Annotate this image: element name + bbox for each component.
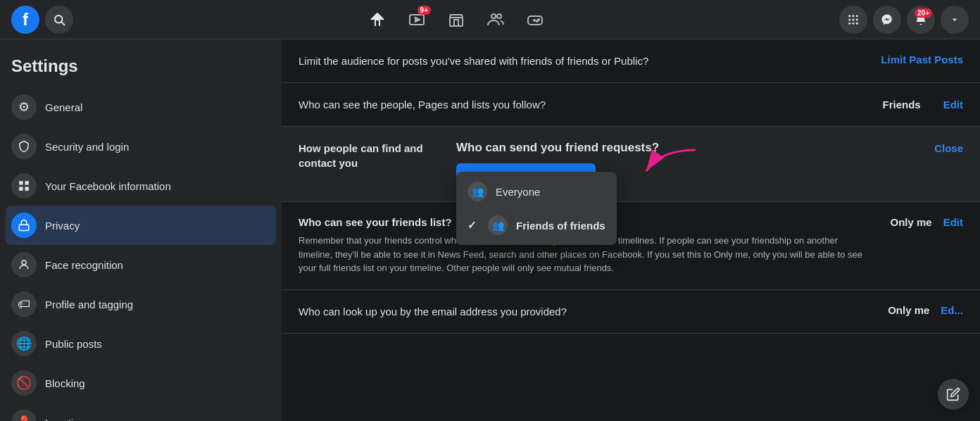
sidebar-label-profile-tagging: Profile and tagging	[45, 299, 133, 310]
svg-point-6	[497, 14, 501, 18]
svg-point-17	[856, 18, 858, 20]
security-icon	[11, 134, 37, 159]
svg-point-20	[856, 22, 858, 24]
nav-messenger-button[interactable]	[873, 6, 901, 34]
sidebar-label-general: General	[45, 101, 82, 113]
svg-point-26	[22, 260, 26, 265]
dropdown-option-everyone[interactable]: 👥 Everyone	[456, 175, 617, 208]
sidebar-label-privacy: Privacy	[45, 220, 80, 232]
follow-visibility-edit-btn[interactable]: Edit	[943, 99, 963, 111]
nav-home-icon[interactable]	[360, 3, 394, 37]
public-posts-icon: 🌐	[11, 331, 37, 356]
svg-point-13	[853, 15, 855, 17]
facebook-logo[interactable]: f	[11, 6, 39, 34]
friend-request-content: Who can send you friend requests? Close …	[456, 141, 963, 187]
nav-center-icons: 9+	[73, 3, 839, 37]
friends-list-edit-btn[interactable]: Edit	[943, 216, 963, 228]
friend-request-dropdown-menu: 👥 Everyone ✓ 👥 Friends of friends	[456, 172, 617, 245]
email-lookup-value: Only me	[888, 304, 929, 316]
option-everyone-label: Everyone	[496, 186, 540, 198]
friend-request-title: Who can send you friend requests?	[456, 141, 659, 155]
sidebar-item-face-recognition[interactable]: Face recognition	[6, 245, 276, 284]
main-content: Limit the audience for posts you've shar…	[282, 39, 980, 421]
svg-point-12	[848, 15, 850, 17]
friends-of-friends-icon: 👥	[488, 215, 508, 235]
svg-point-16	[853, 18, 855, 20]
general-icon: ⚙	[11, 94, 37, 120]
svg-line-1	[61, 22, 64, 25]
email-lookup-edit-btn[interactable]: Ed...	[941, 304, 963, 316]
page-layout: Settings ⚙ General Security and login Yo…	[0, 39, 980, 421]
limit-past-posts-row: Limit the audience for posts you've shar…	[282, 39, 980, 83]
sidebar-item-profile-tagging[interactable]: 🏷 Profile and tagging	[6, 284, 276, 324]
follow-visibility-value: Friends	[882, 99, 920, 111]
svg-point-11	[536, 20, 538, 22]
sidebar-item-general[interactable]: ⚙ General	[6, 87, 276, 127]
limit-past-posts-description: Limit the audience for posts you've shar…	[299, 54, 651, 68]
nav-account-button[interactable]	[941, 6, 969, 34]
sidebar-label-facebook-info: Your Facebook information	[45, 180, 171, 192]
sidebar-item-privacy[interactable]: Privacy	[6, 206, 276, 245]
sidebar-label-public-posts: Public posts	[45, 338, 102, 350]
nav-watch-icon[interactable]: 9+	[400, 3, 434, 37]
sidebar-item-facebook-info[interactable]: Your Facebook information	[6, 166, 276, 206]
nav-groups-icon[interactable]	[479, 3, 513, 37]
svg-rect-4	[450, 18, 463, 26]
settings-sidebar: Settings ⚙ General Security and login Yo…	[0, 39, 282, 421]
blocking-icon: 🚫	[11, 370, 37, 396]
sidebar-label-face-recognition: Face recognition	[45, 259, 123, 271]
everyone-icon: 👥	[467, 182, 487, 201]
facebook-info-icon	[11, 173, 37, 199]
limit-past-posts-action[interactable]: Limit Past Posts	[881, 54, 963, 65]
svg-point-15	[848, 18, 850, 20]
floating-edit-button[interactable]	[938, 379, 969, 410]
sidebar-label-security: Security and login	[45, 141, 129, 153]
search-button[interactable]	[45, 6, 73, 34]
sidebar-item-blocking[interactable]: 🚫 Blocking	[6, 363, 276, 403]
watch-badge: 9+	[417, 6, 431, 15]
notifications-badge: 20+	[915, 8, 932, 18]
friends-list-value: Only me	[890, 216, 931, 228]
sidebar-title: Settings	[6, 51, 276, 87]
option-friends-of-friends-label: Friends of friends	[516, 220, 605, 232]
follow-visibility-row: Who can see the people, Pages and lists …	[282, 83, 980, 127]
sidebar-label-location: Location	[45, 417, 85, 422]
nav-gaming-icon[interactable]	[518, 3, 552, 37]
sidebar-item-public-posts[interactable]: 🌐 Public posts	[6, 324, 276, 363]
section-label-find-contact: How people can find and contact you	[299, 141, 439, 170]
svg-rect-21	[19, 181, 23, 184]
svg-rect-24	[25, 187, 29, 191]
svg-rect-23	[19, 187, 23, 191]
find-contact-section: How people can find and contact you Who …	[282, 127, 980, 202]
friends-list-right: Only me Edit	[890, 216, 963, 228]
nav-notifications-button[interactable]: 20+	[907, 6, 935, 34]
sidebar-label-blocking: Blocking	[45, 377, 85, 389]
svg-marker-3	[415, 18, 420, 22]
face-recognition-icon	[11, 252, 37, 277]
dropdown-option-friends-of-friends[interactable]: ✓ 👥 Friends of friends	[456, 208, 617, 242]
svg-point-19	[853, 22, 855, 24]
nav-apps-button[interactable]	[839, 6, 867, 34]
nav-marketplace-icon[interactable]	[439, 3, 473, 37]
follow-visibility-description: Who can see the people, Pages and lists …	[299, 97, 651, 112]
profile-tagging-icon: 🏷	[11, 291, 37, 317]
svg-point-5	[491, 14, 496, 18]
location-icon: 📍	[11, 410, 37, 421]
checkmark-icon: ✓	[467, 219, 477, 232]
svg-rect-25	[19, 225, 29, 230]
sidebar-item-location[interactable]: 📍 Location	[6, 403, 276, 421]
close-button[interactable]: Close	[934, 142, 963, 154]
friends-list-section: Who can see your friends list? Remember …	[282, 202, 980, 290]
svg-rect-22	[25, 181, 29, 184]
svg-point-18	[848, 22, 850, 24]
top-navigation: f 9+ 20+	[0, 0, 980, 39]
sidebar-item-security[interactable]: Security and login	[6, 127, 276, 166]
email-lookup-description: Who can look up you by the email address…	[299, 304, 567, 319]
svg-point-14	[856, 15, 858, 17]
nav-right-buttons: 20+	[839, 6, 969, 34]
email-lookup-row: Who can look up you by the email address…	[282, 290, 980, 334]
privacy-icon	[11, 213, 37, 238]
